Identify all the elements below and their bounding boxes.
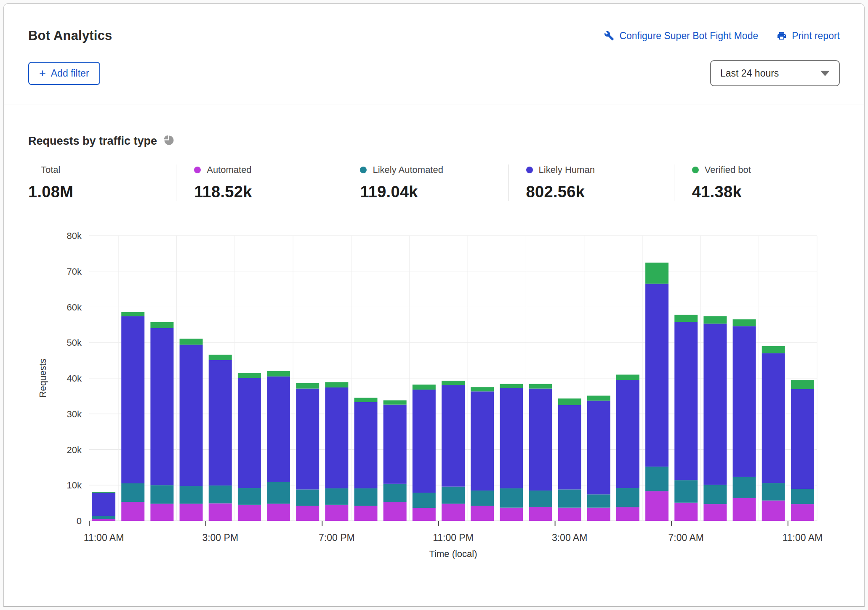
bar-segment bbox=[325, 387, 348, 488]
configure-link-label: Configure Super Bot Fight Mode bbox=[619, 30, 758, 42]
bar-segment bbox=[267, 371, 290, 377]
time-range-select[interactable]: Last 24 hours bbox=[710, 60, 840, 86]
svg-text:3:00 PM: 3:00 PM bbox=[202, 532, 238, 543]
stat-total-label: Total bbox=[41, 164, 60, 175]
bar-segment bbox=[529, 507, 552, 521]
bar-segment bbox=[267, 377, 290, 482]
svg-text:Time (local): Time (local) bbox=[429, 549, 477, 559]
svg-text:60k: 60k bbox=[67, 302, 82, 313]
bar-segment bbox=[180, 486, 203, 504]
svg-text:11:00 AM: 11:00 AM bbox=[783, 532, 823, 543]
pie-chart-icon bbox=[164, 135, 174, 147]
bar-segment bbox=[645, 491, 668, 521]
svg-text:7:00 PM: 7:00 PM bbox=[319, 532, 355, 543]
chevron-down-icon bbox=[820, 71, 830, 76]
bar-segment bbox=[791, 504, 814, 521]
bar-segment bbox=[587, 400, 610, 494]
bar-segment bbox=[442, 381, 465, 385]
stat-likely-automated: Likely Automated 119.04k bbox=[342, 164, 508, 201]
bar-segment bbox=[209, 360, 232, 485]
bar-segment bbox=[413, 385, 436, 390]
bar-segment bbox=[121, 502, 144, 521]
bar-segment bbox=[703, 316, 727, 324]
svg-text:10k: 10k bbox=[67, 480, 82, 491]
bar-segment bbox=[587, 396, 610, 401]
bar-segment bbox=[92, 519, 115, 521]
bar-segment bbox=[587, 508, 610, 521]
bar-segment bbox=[529, 491, 552, 507]
bar-segment bbox=[383, 405, 407, 484]
header-controls: + Add filter Last 24 hours bbox=[28, 60, 840, 86]
stat-likely-human-value: 802.56k bbox=[526, 183, 670, 201]
bar-segment bbox=[645, 467, 668, 491]
svg-text:20k: 20k bbox=[67, 445, 82, 455]
add-filter-button[interactable]: + Add filter bbox=[28, 62, 100, 85]
svg-text:80k: 80k bbox=[67, 231, 82, 241]
bar-segment bbox=[209, 485, 232, 503]
page-title: Bot Analytics bbox=[28, 28, 112, 43]
svg-text:Requests: Requests bbox=[37, 359, 48, 398]
stat-likely-human: Likely Human 802.56k bbox=[508, 164, 674, 201]
likely-human-dot bbox=[526, 167, 533, 173]
bar-segment bbox=[442, 487, 465, 504]
bar-segment bbox=[238, 373, 261, 378]
traffic-type-stats: Total 1.08M Automated 118.52k Likely Aut… bbox=[28, 164, 840, 201]
bar-segment bbox=[616, 380, 639, 488]
bar-segment bbox=[354, 398, 378, 402]
stat-likely-human-label: Likely Human bbox=[539, 164, 595, 175]
bar-segment bbox=[674, 480, 698, 502]
bar-segment bbox=[558, 489, 581, 507]
print-report-link[interactable]: Print report bbox=[777, 30, 840, 42]
bar-segment bbox=[267, 504, 290, 521]
time-range-value: Last 24 hours bbox=[720, 68, 779, 79]
bar-segment bbox=[150, 322, 173, 328]
bar-segment bbox=[413, 493, 436, 508]
stat-automated-value: 118.52k bbox=[194, 183, 338, 201]
header-divider bbox=[4, 104, 864, 104]
bar-segment bbox=[471, 506, 494, 521]
bar-segment bbox=[500, 508, 523, 521]
configure-super-bot-fight-mode-link[interactable]: Configure Super Bot Fight Mode bbox=[604, 30, 758, 42]
bar-segment bbox=[354, 488, 378, 506]
svg-text:7:00 AM: 7:00 AM bbox=[668, 532, 704, 543]
bar-segment bbox=[645, 263, 668, 284]
bar-segment bbox=[791, 489, 814, 504]
bar-segment bbox=[238, 505, 261, 521]
bar-segment bbox=[209, 355, 232, 360]
bar-segment bbox=[500, 388, 523, 488]
bar-segment bbox=[267, 482, 290, 504]
likely-automated-dot bbox=[360, 167, 367, 173]
bar-segment bbox=[703, 504, 727, 521]
svg-text:11:00 PM: 11:00 PM bbox=[433, 532, 474, 543]
bar-segment bbox=[616, 488, 639, 507]
wrench-icon bbox=[604, 31, 614, 41]
stat-likely-automated-value: 119.04k bbox=[360, 183, 503, 201]
bar-segment bbox=[121, 483, 144, 502]
bar-segment bbox=[762, 501, 785, 521]
bar-segment bbox=[529, 389, 552, 491]
stat-verified-bot-value: 41.38k bbox=[692, 183, 836, 201]
bar-segment bbox=[238, 378, 261, 488]
stat-total-value: 1.08M bbox=[28, 183, 172, 201]
stat-verified-bot-label: Verified bot bbox=[705, 164, 751, 175]
svg-text:0: 0 bbox=[77, 516, 82, 526]
stat-verified-bot: Verified bot 41.38k bbox=[674, 164, 840, 201]
bar-segment bbox=[471, 491, 494, 506]
header: Bot Analytics Configure Super Bot Fight … bbox=[28, 4, 840, 43]
bar-segment bbox=[413, 508, 436, 521]
bar-segment bbox=[325, 382, 348, 387]
svg-text:50k: 50k bbox=[67, 337, 82, 348]
print-link-label: Print report bbox=[792, 30, 840, 42]
bar-segment bbox=[674, 315, 698, 322]
bar-segment bbox=[180, 339, 203, 345]
svg-text:70k: 70k bbox=[67, 266, 82, 277]
bar-segment bbox=[180, 345, 203, 486]
bar-segment bbox=[762, 346, 785, 353]
bar-segment bbox=[354, 506, 378, 521]
bar-segment bbox=[791, 389, 814, 489]
bar-segment bbox=[354, 402, 378, 488]
bar-segment bbox=[762, 483, 785, 501]
header-links: Configure Super Bot Fight Mode Print rep… bbox=[604, 30, 840, 42]
bar-segment bbox=[733, 477, 756, 498]
bar-segment bbox=[733, 319, 756, 326]
